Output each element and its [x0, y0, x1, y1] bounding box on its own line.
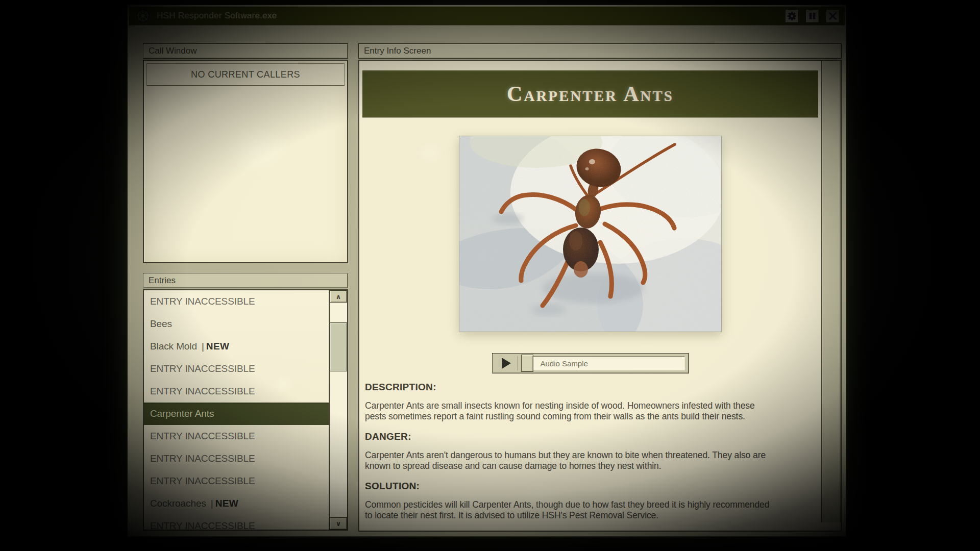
- audio-player: Audio Sample: [492, 353, 689, 373]
- description-body: Carpenter Ants are small insects known f…: [365, 400, 812, 422]
- scroll-down-icon: ∨: [336, 520, 341, 527]
- entry-row[interactable]: ENTRY INACCESSIBLE: [144, 470, 330, 492]
- section-solution: SOLUTION: Common pesticides will kill Ca…: [365, 481, 812, 521]
- entry-row-label: Bees: [150, 318, 172, 330]
- entry-row[interactable]: ENTRY INACCESSIBLE: [144, 290, 330, 313]
- gear-icon: [787, 11, 797, 21]
- globe-app-icon: [135, 8, 151, 23]
- badge-separator: |: [211, 498, 213, 509]
- entry-row-label: ENTRY INACCESSIBLE: [150, 363, 255, 374]
- entry-row-label: ENTRY INACCESSIBLE: [150, 431, 255, 442]
- entry-row-label: Black Mold: [150, 341, 197, 352]
- entry-info-label: Entry Info Screen: [358, 43, 842, 59]
- entry-info-content: Carpenter Ants: [359, 61, 821, 531]
- new-badge: NEW: [215, 498, 239, 509]
- app-window: HSH Responder Software.exe: [127, 4, 847, 538]
- entry-row-label: ENTRY INACCESSIBLE: [150, 475, 255, 487]
- description-heading: DESCRIPTION:: [365, 382, 812, 393]
- entry-row[interactable]: Bees: [144, 313, 330, 335]
- entry-row[interactable]: Cockroaches|NEW: [144, 492, 330, 515]
- entry-row-label: Carpenter Ants: [150, 408, 214, 419]
- scroll-down-button[interactable]: ∨: [330, 517, 347, 530]
- scroll-up-icon: ∧: [336, 293, 341, 300]
- entry-title-banner: Carpenter Ants: [362, 70, 818, 117]
- entries-rows: ENTRY INACCESSIBLEBeesBlack Mold|NEWENTR…: [144, 290, 330, 530]
- section-danger: DANGER: Carpenter Ants aren't dangerous …: [365, 431, 812, 471]
- settings-button[interactable]: [785, 9, 799, 23]
- scroll-up-button[interactable]: ∧: [330, 290, 347, 303]
- entry-row[interactable]: ENTRY INACCESSIBLE: [144, 447, 330, 470]
- entry-row[interactable]: ENTRY INACCESSIBLE: [144, 358, 330, 380]
- entry-row[interactable]: Black Mold|NEW: [144, 335, 330, 358]
- solution-heading: SOLUTION:: [365, 481, 812, 492]
- close-button[interactable]: [826, 9, 840, 23]
- audio-sample-label: Audio Sample: [541, 359, 588, 368]
- pause-button[interactable]: [805, 9, 819, 23]
- window-title: HSH Responder Software.exe: [157, 11, 277, 21]
- titlebar: HSH Responder Software.exe: [129, 7, 845, 25]
- titlebar-buttons: [785, 9, 841, 23]
- entry-row[interactable]: ENTRY INACCESSIBLE: [144, 425, 330, 447]
- danger-heading: DANGER:: [365, 431, 812, 442]
- entries-scrollbar-thumb[interactable]: [330, 322, 347, 371]
- call-window-label: Call Window: [143, 43, 348, 59]
- entry-row-label: ENTRY INACCESSIBLE: [150, 386, 255, 397]
- entries-list: ENTRY INACCESSIBLEBeesBlack Mold|NEWENTR…: [143, 289, 348, 531]
- pause-icon: [808, 12, 816, 20]
- crt-screen: HSH Responder Software.exe: [0, 0, 980, 551]
- entry-row[interactable]: ENTRY INACCESSIBLE: [144, 515, 330, 530]
- entry-row-label: ENTRY INACCESSIBLE: [150, 296, 255, 307]
- entries-scrollbar[interactable]: ∧ ∨: [329, 290, 347, 530]
- new-badge: NEW: [206, 341, 230, 352]
- play-button[interactable]: [496, 356, 518, 370]
- entry-row-label: ENTRY INACCESSIBLE: [150, 453, 255, 464]
- solution-body: Common pesticides will kill Carpenter An…: [365, 499, 812, 521]
- danger-body: Carpenter Ants aren't dangerous to human…: [365, 450, 812, 471]
- play-icon: [502, 358, 511, 369]
- info-scrollbar[interactable]: [821, 61, 841, 522]
- badge-separator: |: [202, 341, 204, 352]
- entry-row-label: Cockroaches: [150, 498, 206, 509]
- entry-row[interactable]: ENTRY INACCESSIBLE: [144, 380, 330, 403]
- caller-status-bar: NO CURRENT CALLERS: [146, 63, 345, 86]
- section-description: DESCRIPTION: Carpenter Ants are small in…: [365, 382, 812, 422]
- call-window-panel: NO CURRENT CALLERS: [143, 60, 348, 263]
- entry-info-panel: Carpenter Ants: [358, 60, 842, 532]
- entries-label: Entries: [143, 273, 348, 288]
- audio-sample-field: Audio Sample: [527, 356, 685, 370]
- entry-sections: DESCRIPTION: Carpenter Ants are small in…: [365, 382, 812, 521]
- close-x-icon: [828, 12, 837, 20]
- audio-slider-thumb[interactable]: [521, 355, 533, 372]
- entry-row[interactable]: Carpenter Ants: [144, 403, 330, 425]
- entry-title: Carpenter Ants: [507, 82, 674, 106]
- carpenter-ant-photo: [459, 136, 721, 332]
- entry-row-label: ENTRY INACCESSIBLE: [150, 520, 255, 530]
